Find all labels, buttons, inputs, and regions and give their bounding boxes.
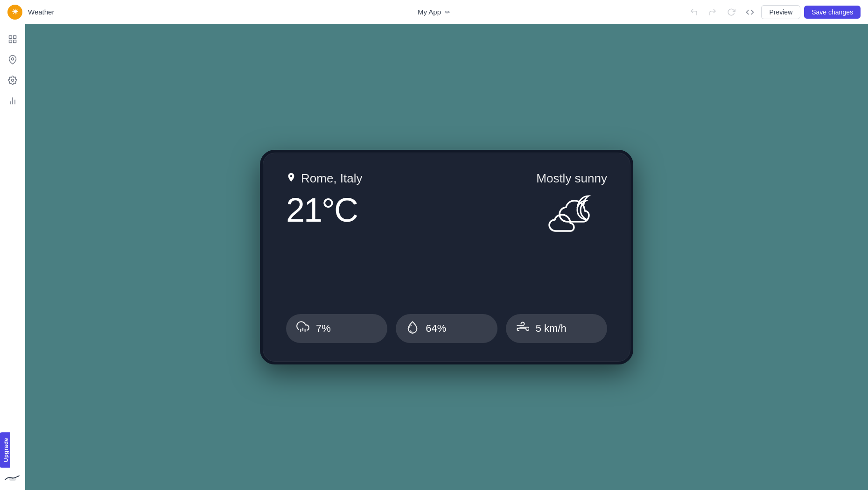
humidity-stat: 64% <box>396 314 497 343</box>
svg-point-4 <box>11 58 14 60</box>
edit-icon[interactable]: ✏ <box>445 8 450 16</box>
rain-icon <box>296 321 309 336</box>
topbar: ☀ Weather My App ✏ Preview Save changes <box>0 0 868 24</box>
save-changes-button[interactable]: Save changes <box>804 6 861 19</box>
rain-stat: 7% <box>286 314 387 343</box>
humidity-icon <box>406 321 419 336</box>
device-frame: Rome, Italy 21°C Mostly sunny <box>260 150 633 364</box>
app-logo: ☀ <box>7 5 22 20</box>
stats-row: 7% 64% <box>286 314 607 343</box>
condition-text: Mostly sunny <box>536 171 607 186</box>
weather-card: Rome, Italy 21°C Mostly sunny <box>286 171 607 343</box>
project-name: My App <box>418 8 441 16</box>
condition-block: Mostly sunny <box>536 171 607 238</box>
wind-value: 5 km/h <box>536 322 567 335</box>
topbar-center: My App ✏ <box>418 8 450 16</box>
sidebar-item-pin[interactable] <box>3 50 22 69</box>
svg-rect-0 <box>9 36 12 39</box>
bird-icon <box>4 473 21 483</box>
location-block: Rome, Italy 21°C <box>286 171 363 227</box>
code-button[interactable] <box>742 5 757 20</box>
topbar-actions: Preview Save changes <box>686 5 861 20</box>
upgrade-button[interactable]: Upgrade <box>0 432 25 471</box>
wind-icon <box>516 321 529 336</box>
weather-condition-icon <box>542 191 607 238</box>
redo-button[interactable] <box>705 5 720 20</box>
undo-button[interactable] <box>686 5 701 20</box>
svg-rect-1 <box>13 36 16 39</box>
rain-value: 7% <box>316 322 331 335</box>
svg-rect-2 <box>9 40 12 43</box>
main-area: Upgrade <box>0 24 868 490</box>
sidebar: Upgrade <box>0 24 25 490</box>
app-title: Weather <box>28 8 54 16</box>
location-pin-icon <box>286 172 296 185</box>
temperature-display: 21°C <box>286 193 363 227</box>
location-text: Rome, Italy <box>301 171 363 186</box>
preview-button[interactable]: Preview <box>761 5 800 19</box>
location-label: Rome, Italy <box>286 171 363 186</box>
sidebar-item-chart[interactable] <box>3 91 22 110</box>
refresh-button[interactable] <box>724 5 739 20</box>
svg-rect-3 <box>13 40 16 43</box>
wind-stat: 5 km/h <box>506 314 607 343</box>
humidity-value: 64% <box>426 322 446 335</box>
canvas-area[interactable]: Rome, Italy 21°C Mostly sunny <box>25 24 868 490</box>
sidebar-item-settings[interactable] <box>3 71 22 90</box>
sidebar-item-grid[interactable] <box>3 30 22 49</box>
svg-point-9 <box>9 477 16 481</box>
svg-point-5 <box>11 79 14 82</box>
weather-top-row: Rome, Italy 21°C Mostly sunny <box>286 171 607 238</box>
